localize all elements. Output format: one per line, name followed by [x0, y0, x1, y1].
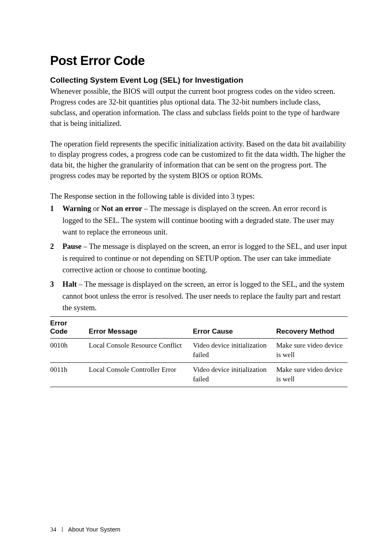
cell-error-message: Local Console Controller Error	[89, 362, 193, 387]
table-header-row: Error Code Error Message Error Cause Rec…	[50, 317, 348, 339]
page-number: 34	[50, 526, 56, 533]
section-subheading: Collecting System Event Log (SEL) for In…	[50, 76, 348, 85]
header-error-cause: Error Cause	[193, 317, 277, 339]
cell-error-cause: Video device initialization failed	[193, 339, 277, 363]
cell-recovery-method: Make sure video device is well	[276, 362, 348, 387]
list-item-bold: Warning	[62, 204, 91, 213]
list-item: Halt – The message is displayed on the s…	[50, 278, 348, 314]
list-item: Pause – The message is displayed on the …	[50, 241, 348, 276]
list-item-bold: Not an error	[101, 204, 142, 213]
cell-error-code: 0010h	[50, 339, 89, 363]
list-item-text: – The message is displayed on the screen…	[62, 280, 344, 312]
footer-section-name: About Your System	[68, 526, 121, 533]
list-item-bold: Halt	[62, 280, 77, 288]
cell-recovery-method: Make sure video device is well	[276, 339, 348, 363]
footer-divider	[62, 527, 62, 532]
error-code-table: Error Code Error Message Error Cause Rec…	[50, 316, 348, 387]
header-error-message: Error Message	[89, 317, 193, 339]
paragraph-1: Whenever possible, the BIOS will output …	[50, 86, 348, 129]
list-item-text: – The message is displayed on the screen…	[62, 242, 347, 274]
cell-error-message: Local Console Resource Conflict	[89, 339, 193, 363]
cell-error-code: 0011h	[50, 362, 89, 387]
list-item-bold: Pause	[62, 242, 81, 251]
cell-error-cause: Video device initialization failed	[193, 362, 277, 387]
page-footer: 34 About Your System	[50, 526, 120, 533]
list-item-text: or	[91, 204, 101, 213]
paragraph-2: The operation field represents the speci…	[50, 139, 348, 182]
list-intro: The Response section in the following ta…	[50, 191, 348, 202]
header-recovery-method: Recovery Method	[276, 317, 348, 339]
list-item: Warning or Not an error – The message is…	[50, 203, 348, 238]
page-title: Post Error Code	[50, 53, 348, 68]
table-row: 0010h Local Console Resource Conflict Vi…	[50, 339, 348, 363]
header-error-code: Error Code	[50, 317, 89, 339]
response-types-list: Warning or Not an error – The message is…	[50, 203, 348, 314]
table-row: 0011h Local Console Controller Error Vid…	[50, 362, 348, 387]
